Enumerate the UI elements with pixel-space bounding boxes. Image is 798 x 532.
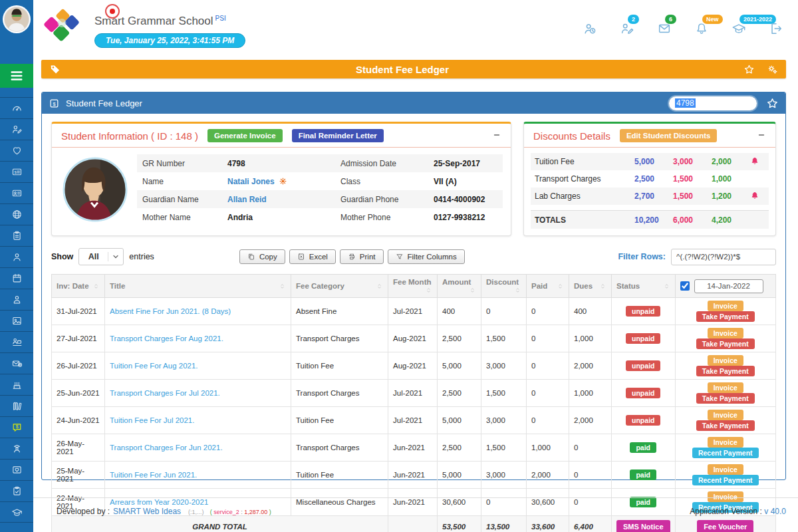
column-header-inv-date[interactable]: Inv: Date xyxy=(52,275,105,298)
search-input[interactable]: 4798 xyxy=(669,96,757,110)
sidebar-item-card-heart[interactable] xyxy=(0,459,33,480)
user-avatar[interactable] xyxy=(0,0,33,32)
take-payment-button[interactable]: Take Payment xyxy=(696,393,755,404)
column-header-amount[interactable]: Amount xyxy=(438,275,481,298)
user-clock-button[interactable] xyxy=(583,21,597,39)
sidebar-item-user-grad[interactable] xyxy=(0,438,33,459)
invoice-button[interactable]: Invoice xyxy=(708,464,743,475)
status-badge: unpaid xyxy=(626,333,660,344)
final-reminder-button[interactable]: Final Reminder Letter xyxy=(292,129,384,142)
dues-cell: 1,000 xyxy=(569,380,612,407)
sidebar-item-grad-cap[interactable] xyxy=(0,501,33,523)
sidebar-item-globe[interactable] xyxy=(0,203,33,225)
grad-cap-button[interactable]: 2021-2022 xyxy=(732,21,746,39)
sidebar-item-id-card[interactable] xyxy=(0,182,33,203)
school-suffix: PSI xyxy=(215,15,226,22)
filter-columns-button[interactable]: Filter Columns xyxy=(388,249,465,264)
bell-cell[interactable] xyxy=(750,156,765,168)
entries-select[interactable]: All xyxy=(78,248,124,265)
field-value[interactable]: Natali Jones xyxy=(227,177,340,186)
vendor-link[interactable]: SMART Web Ideas xyxy=(113,507,181,516)
sidebar-item-image[interactable] xyxy=(0,310,33,331)
envelope-button[interactable]: 6 xyxy=(657,21,672,39)
column-header-fee-month[interactable]: Fee Month xyxy=(388,275,438,298)
sidebar-item-mail-coin[interactable] xyxy=(0,352,33,374)
dues-cell: 400 xyxy=(569,298,612,325)
recent-payment-button[interactable]: Recent Payment xyxy=(692,475,759,485)
recent-payment-button[interactable]: Recent Payment xyxy=(692,448,759,458)
invoice-button[interactable]: Invoice xyxy=(708,355,743,366)
edit-discounts-button[interactable]: Edit Student Discounts xyxy=(620,129,718,142)
table-header-row: Inv: DateTitleFee CategoryFee MonthAmoun… xyxy=(52,275,776,298)
settings-gears-icon[interactable] xyxy=(767,64,778,75)
menu-toggle-button[interactable] xyxy=(0,64,33,88)
generate-invoice-button[interactable]: Generate Invoice xyxy=(207,129,283,142)
invoice-button[interactable]: Invoice xyxy=(708,301,743,311)
take-payment-button[interactable]: Take Payment xyxy=(696,338,755,349)
title-link[interactable]: Tuition Fee For Aug 2021. xyxy=(105,352,291,380)
user-edit-button[interactable]: 2 xyxy=(620,21,634,39)
sidebar-item-calendar[interactable] xyxy=(0,267,33,289)
bell-button[interactable]: New xyxy=(694,21,709,39)
fee-discount: 1,500 xyxy=(673,192,712,201)
fee-month-cell: Jun-2021 xyxy=(388,462,438,489)
date-filter-checkbox[interactable] xyxy=(680,281,690,291)
filter-rows-input[interactable] xyxy=(671,249,776,265)
column-header-title[interactable]: Title xyxy=(105,275,291,298)
title-link[interactable]: Tuition Fee For Jul 2021. xyxy=(105,407,291,434)
sidebar-item-clipboard-check[interactable] xyxy=(0,480,33,501)
sidebar-item-user[interactable] xyxy=(0,246,33,267)
invoice-button[interactable]: Invoice xyxy=(708,328,743,338)
date-filter-input[interactable] xyxy=(694,279,763,293)
field-value[interactable]: Allan Reid xyxy=(227,195,340,204)
ledger-row: 25-May-2021Tuition Fee For Jun 2021.Tuit… xyxy=(52,462,776,489)
mail-coin-icon xyxy=(11,358,23,369)
excel-button[interactable]: Excel xyxy=(289,249,336,264)
panel-star-icon[interactable] xyxy=(766,97,779,110)
title-link[interactable]: Transport Charges For Jun 2021. xyxy=(105,434,291,462)
sidebar-item-heart[interactable] xyxy=(0,140,33,161)
sidebar-item-user-edit[interactable] xyxy=(0,118,33,140)
heart-icon xyxy=(11,145,23,156)
copy-button[interactable]: Copy xyxy=(239,249,285,264)
print-button[interactable]: Print xyxy=(340,249,384,264)
logout-button[interactable] xyxy=(769,21,783,39)
sidebar-item-clipboard[interactable] xyxy=(0,225,33,246)
title-link[interactable]: Transport Charges For Aug 2021. xyxy=(105,325,291,352)
collapse-discounts-card-icon[interactable] xyxy=(757,130,766,142)
inv-date-cell: 31-Jul-2021 xyxy=(52,298,105,325)
sidebar-item-cake[interactable] xyxy=(0,374,33,395)
take-payment-button[interactable]: Take Payment xyxy=(696,311,755,322)
invoice-button[interactable]: Invoice xyxy=(708,382,743,393)
sidebar-item-dollar-chat[interactable]: $ xyxy=(0,416,33,438)
sidebar-item-dashboard[interactable] xyxy=(0,97,33,118)
title-link[interactable]: Transport Charges For Jul 2021. xyxy=(105,380,291,407)
discounts-totals-row: TOTALS 10,200 6,000 4,200 xyxy=(531,210,769,229)
sidebar-item-user-tie[interactable] xyxy=(0,289,33,310)
title-link[interactable]: Absent Fine For Jun 2021. (8 Days) xyxy=(105,298,291,325)
invoice-button[interactable]: Invoice xyxy=(708,437,743,448)
collapse-student-card-icon[interactable] xyxy=(492,130,501,142)
amount-cell: 2,500 xyxy=(438,325,481,352)
column-header-discount[interactable]: Discount xyxy=(481,275,527,298)
take-payment-button[interactable]: Take Payment xyxy=(696,366,755,376)
app-version-value[interactable]: v 40.0 xyxy=(764,507,786,516)
footer-note-1: (:1,...) xyxy=(188,509,204,515)
column-header-paid[interactable]: Paid xyxy=(527,275,569,298)
column-header-fee-category[interactable]: Fee Category xyxy=(291,275,388,298)
invoice-button[interactable]: Invoice xyxy=(708,410,743,420)
entries-select-value: All xyxy=(79,252,108,261)
sidebar-item-books[interactable] xyxy=(0,395,33,416)
favorite-star-icon[interactable] xyxy=(743,64,755,75)
status-cell: paid xyxy=(612,462,676,489)
title-link[interactable]: Tuition Fee For Jun 2021. xyxy=(105,462,291,489)
sidebar-item-desk[interactable] xyxy=(0,331,33,352)
take-payment-button[interactable]: Take Payment xyxy=(696,420,755,431)
student-field-row: Mother NameAndriaMother Phone0127-993821… xyxy=(137,208,503,226)
status-cell: unpaid xyxy=(612,407,676,434)
sidebar-item-money-card[interactable]: $ xyxy=(0,161,33,182)
inv-date-cell: 26-Jul-2021 xyxy=(52,352,105,380)
column-header-dues[interactable]: Dues xyxy=(569,275,612,298)
bell-cell[interactable] xyxy=(750,191,765,202)
column-header-status[interactable]: Status xyxy=(612,275,676,298)
